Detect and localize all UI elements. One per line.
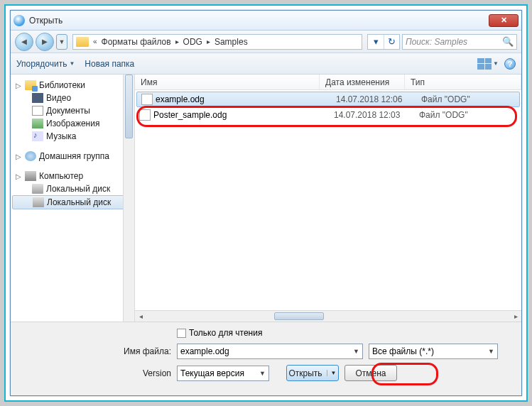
column-name[interactable]: Имя — [135, 75, 320, 89]
refresh-button[interactable]: ↻ — [384, 35, 399, 49]
folder-icon — [76, 37, 89, 47]
app-icon — [13, 15, 25, 26]
close-button[interactable]: ✕ — [489, 14, 519, 27]
window-title: Открыть — [29, 16, 489, 26]
view-mode-button[interactable]: ▼ — [477, 58, 499, 70]
file-icon — [141, 94, 153, 105]
cancel-button[interactable]: Отмена — [344, 365, 397, 381]
file-row[interactable]: example.odg 14.07.2018 12:06 Файл "ODG" — [136, 92, 520, 107]
tree-video[interactable]: Видео — [11, 92, 134, 104]
column-type[interactable]: Тип — [405, 75, 521, 89]
readonly-checkbox[interactable] — [177, 329, 186, 338]
file-list: example.odg 14.07.2018 12:06 Файл "ODG" … — [135, 90, 521, 123]
filename-input[interactable]: example.odg▼ — [177, 344, 363, 359]
breadcrumb-item[interactable]: ODG — [180, 35, 205, 49]
tree-disk[interactable]: Локальный диск — [11, 182, 134, 195]
file-pane: Имя Дата изменения Тип example.odg 14.07… — [135, 75, 521, 322]
tree-libraries[interactable]: ▷Библиотеки — [11, 79, 134, 92]
help-icon[interactable]: ? — [504, 58, 516, 70]
breadcrumb-item[interactable]: Форматы файлов — [99, 35, 174, 49]
navigation-tree: ▷Библиотеки Видео Документы Изображения … — [11, 75, 135, 322]
breadcrumb[interactable]: « Форматы файлов ▸ ODG ▸ Samples — [72, 34, 362, 50]
filetype-filter[interactable]: Все файлы (*.*)▼ — [369, 344, 498, 359]
open-button[interactable]: Открыть▼ — [286, 365, 339, 381]
readonly-label: Только для чтения — [189, 328, 262, 338]
titlebar: Открыть ✕ — [11, 11, 521, 31]
search-input[interactable]: Поиск: Samples 🔍 — [402, 34, 517, 50]
version-select[interactable]: Текущая версия▼ — [177, 366, 269, 381]
tree-homegroup[interactable]: ▷Домашняя группа — [11, 150, 134, 163]
refresh-group: ▾ ↻ — [367, 34, 400, 50]
horizontal-scrollbar[interactable]: ◂▸ — [135, 310, 521, 322]
tree-computer[interactable]: ▷Компьютер — [11, 170, 134, 182]
version-label: Version — [19, 368, 171, 378]
tree-music[interactable]: Музыка — [11, 130, 134, 143]
history-dropdown[interactable]: ▼ — [56, 34, 67, 50]
toolbar: Упорядочить▼ Новая папка ▼ ? — [11, 53, 521, 75]
sidebar-scrollbar[interactable] — [123, 75, 134, 322]
bottom-panel: Только для чтения Имя файла: example.odg… — [11, 322, 521, 395]
file-icon — [139, 109, 151, 121]
new-folder-button[interactable]: Новая папка — [85, 59, 134, 69]
filename-label: Имя файла: — [19, 346, 171, 356]
breadcrumb-item[interactable]: Samples — [212, 35, 251, 49]
tree-images[interactable]: Изображения — [11, 117, 134, 130]
organize-button[interactable]: Упорядочить▼ — [16, 59, 75, 69]
back-button[interactable]: ◄ — [15, 33, 33, 51]
tree-documents[interactable]: Документы — [11, 104, 134, 117]
column-date[interactable]: Дата изменения — [320, 75, 405, 89]
search-icon: 🔍 — [502, 36, 514, 47]
navigation-bar: ◄ ► ▼ « Форматы файлов ▸ ODG ▸ Samples ▾… — [11, 31, 521, 53]
tree-disk-selected[interactable]: Локальный диск — [12, 195, 133, 209]
file-row[interactable]: Poster_sample.odg 14.07.2018 12:03 Файл … — [135, 107, 521, 123]
forward-button[interactable]: ► — [36, 33, 54, 51]
column-headers: Имя Дата изменения Тип — [135, 75, 521, 90]
search-placeholder: Поиск: Samples — [406, 37, 467, 47]
breadcrumb-dropdown[interactable]: ▾ — [368, 35, 384, 49]
